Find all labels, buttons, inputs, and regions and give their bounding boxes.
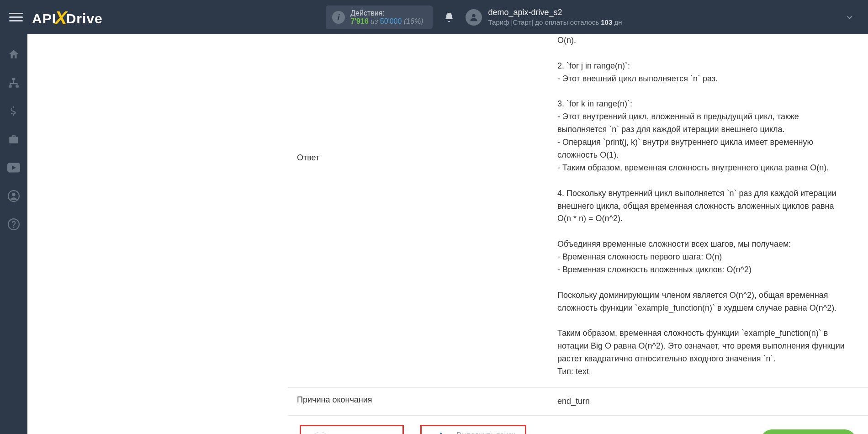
logo[interactable]: API X Drive [32, 7, 103, 27]
logo-drive: Drive [66, 11, 103, 26]
logo-x: X [55, 8, 68, 28]
svg-point-8 [13, 227, 15, 228]
dollar-icon[interactable] [7, 105, 20, 117]
actions-label: Действия: [350, 9, 423, 17]
reason-label: Причина окончания [288, 388, 557, 415]
actions-text: Действия: 7'916 из 50'000 (16%) [350, 9, 423, 26]
actions-percent: (16%) [404, 17, 423, 25]
home-icon[interactable] [7, 48, 20, 61]
pencil-icon [311, 432, 329, 434]
svg-rect-3 [16, 85, 19, 87]
footer-actions: Редактировать Выполнить поиск в Anthropi… [288, 416, 868, 434]
logo-api: API [32, 11, 56, 26]
svg-point-0 [472, 14, 475, 17]
search-label: Выполнить поиск в Anthropic [456, 431, 515, 434]
sidebar [0, 34, 27, 434]
info-icon: i [332, 11, 345, 24]
user-block[interactable]: demo_apix-drive_s2 Тариф |Старт| до опла… [488, 7, 622, 27]
actions-total: 50'000 [380, 17, 402, 25]
actions-used: 7'916 [350, 17, 368, 25]
briefcase-icon[interactable] [7, 133, 20, 146]
sitemap-icon[interactable] [7, 76, 20, 89]
search-anthropic-button[interactable]: Выполнить поиск в Anthropic [420, 425, 526, 434]
answer-row: Ответ O(n). 2. `for j in range(n)`: - Эт… [288, 34, 868, 387]
svg-rect-2 [9, 85, 12, 87]
reason-row: Причина окончания end_turn [288, 387, 868, 416]
svg-rect-1 [12, 78, 16, 80]
content-area: Ответ O(n). 2. `for j in range(n)`: - Эт… [27, 34, 868, 434]
main-panel: Ответ O(n). 2. `for j in range(n)`: - Эт… [288, 34, 868, 434]
edit-button[interactable]: Редактировать [300, 425, 404, 434]
hamburger-menu[interactable] [9, 11, 23, 24]
youtube-icon[interactable] [7, 161, 20, 174]
actions-sep: из [370, 17, 378, 25]
bell-icon[interactable] [444, 12, 455, 23]
answer-text: O(n). 2. `for j in range(n)`: - Этот вне… [557, 34, 868, 387]
user-name: demo_apix-drive_s2 [488, 7, 622, 18]
topbar: API X Drive i Действия: 7'916 из 50'000 … [0, 0, 868, 34]
continue-button[interactable]: Продолжить [761, 429, 856, 434]
svg-point-6 [12, 193, 16, 196]
chevron-down-icon[interactable] [845, 13, 854, 22]
user-circle-icon[interactable] [7, 190, 20, 202]
left-panel [27, 34, 288, 434]
avatar[interactable] [466, 9, 482, 26]
reason-value: end_turn [557, 388, 868, 415]
answer-label: Ответ [288, 34, 557, 387]
actions-widget[interactable]: i Действия: 7'916 из 50'000 (16%) [326, 5, 432, 29]
question-circle-icon[interactable] [7, 218, 20, 231]
user-tariff: Тариф |Старт| до оплаты осталось 103 дн [488, 18, 622, 27]
